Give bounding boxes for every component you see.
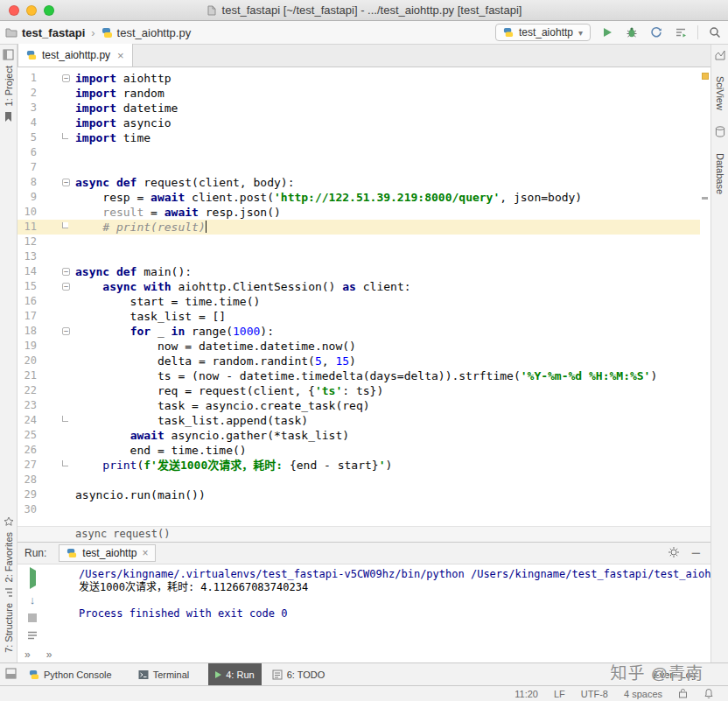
code-line[interactable]: 24 task_list.append(task) <box>18 413 700 428</box>
tab-test-aiohttp[interactable]: test_aiohttp.py × <box>18 44 133 67</box>
close-icon[interactable]: × <box>142 547 148 559</box>
code-line[interactable]: 14−async def main(): <box>18 264 700 279</box>
run-panel-title: Run: <box>24 547 46 559</box>
tool-window-icon <box>3 49 14 60</box>
run-button[interactable] <box>599 25 615 40</box>
fold-collapse-icon[interactable]: − <box>62 179 70 186</box>
run-tab-test-aiohttp[interactable]: test_aiohttp × <box>59 544 156 562</box>
breadcrumb-file[interactable]: test_aiohttp.py <box>117 26 192 39</box>
code-line[interactable]: 13 <box>18 249 700 264</box>
code-line[interactable]: 16 start = time.time() <box>18 294 700 309</box>
code-line[interactable]: 3import datetime <box>18 101 700 116</box>
run-tab-label: test_aiohttp <box>82 547 136 559</box>
run-tool-window: Run: test_aiohttp × ─ ↓ /Users/kingname/… <box>18 542 710 662</box>
run-anything-button[interactable] <box>673 25 689 40</box>
code-line[interactable]: 18− for _ in range(1000): <box>18 324 700 339</box>
fold-collapse-icon[interactable]: − <box>62 327 70 335</box>
run-config-select[interactable]: test_aiohttp ▾ <box>495 24 591 41</box>
zoom-window-button[interactable] <box>44 5 54 16</box>
toolwindow-todo[interactable]: 6: TODO <box>265 663 332 685</box>
stop-button[interactable] <box>28 613 37 622</box>
code-editor[interactable]: 1−import aiohttp2import random3import da… <box>18 67 710 526</box>
code-line[interactable]: 22 req = request(client, {'ts': ts}) <box>18 383 700 398</box>
code-line[interactable]: 29asyncio.run(main()) <box>18 487 700 502</box>
code-line[interactable]: 27 print(f'发送1000次请求，耗时: {end - start}') <box>18 458 700 473</box>
code-line[interactable]: 1−import aiohttp <box>18 71 700 86</box>
toolwindow-python-console[interactable]: Python Console <box>22 663 119 685</box>
watermark: 知乎 @青南 <box>610 660 704 683</box>
toolwindow-run[interactable]: 4: Run <box>208 663 261 685</box>
search-everywhere-button[interactable] <box>707 25 723 40</box>
toolbar-divider <box>697 25 698 39</box>
fold-end-icon[interactable] <box>62 416 68 422</box>
code-line[interactable]: 9 resp = await client.post('http://122.5… <box>18 190 700 205</box>
code-line[interactable]: 28 <box>18 473 700 487</box>
sidebar-item-structure[interactable]: 7: Structure <box>4 603 14 653</box>
code-line[interactable]: 26 end = time.time() <box>18 443 700 458</box>
hide-panel-button[interactable]: ─ <box>692 549 700 557</box>
code-line[interactable]: 25 await asyncio.gather(*task_list) <box>18 428 700 443</box>
code-line[interactable]: 7 <box>18 160 700 175</box>
sciview-icon <box>715 50 725 60</box>
search-icon <box>709 26 721 39</box>
ide-window: test_fastapi [~/test_fastapi] - .../test… <box>0 0 728 701</box>
text-caret <box>206 221 207 233</box>
editor-rows: 1−import aiohttp2import random3import da… <box>18 71 710 517</box>
debug-button[interactable] <box>624 25 640 40</box>
console-options-icon[interactable] <box>27 631 38 640</box>
code-line[interactable]: 21 ts = (now - datetime.timedelta(days=d… <box>18 368 700 383</box>
fold-collapse-icon[interactable]: − <box>62 74 70 82</box>
code-line[interactable]: 4import asyncio <box>18 116 700 130</box>
sidebar-item-database[interactable]: Database <box>715 153 725 194</box>
sidebar-item-project[interactable]: 1: Project <box>4 66 14 106</box>
minimize-window-button[interactable] <box>26 5 37 16</box>
sidebar-item-favorites[interactable]: 2: Favorites <box>4 532 14 582</box>
python-console-icon <box>29 669 39 680</box>
console-line <box>79 594 710 607</box>
line-separator-selector[interactable]: LF <box>554 689 565 699</box>
code-line[interactable]: 8−async def request(client, body): <box>18 175 700 190</box>
python-file-icon <box>26 50 37 60</box>
coverage-button[interactable] <box>648 25 664 40</box>
settings-button[interactable] <box>668 546 680 561</box>
indent-selector[interactable]: 4 spaces <box>624 689 662 699</box>
code-line[interactable]: 15− async with aiohttp.ClientSession() a… <box>18 279 700 294</box>
sidebar-item-sciview[interactable]: SciView <box>715 76 725 110</box>
fold-end-icon[interactable] <box>62 133 68 139</box>
window-title-wrap: test_fastapi [~/test_fastapi] - .../test… <box>206 4 522 17</box>
scroll-down-icon[interactable]: ↓ <box>30 595 36 605</box>
close-icon[interactable]: × <box>117 49 124 62</box>
code-line[interactable]: 20 delta = random.randint(5, 15) <box>18 354 700 368</box>
code-line[interactable]: 12 <box>18 235 700 249</box>
code-line[interactable]: 11 # print(result) <box>18 220 700 235</box>
fold-collapse-icon[interactable]: − <box>62 268 70 276</box>
rerun-button[interactable] <box>30 571 36 586</box>
code-line[interactable]: 10 result = await resp.json() <box>18 205 700 220</box>
fold-end-icon[interactable] <box>62 222 68 228</box>
code-line[interactable]: 19 now = datetime.datetime.now() <box>18 339 700 354</box>
tool-window-switcher-icon[interactable] <box>0 668 22 681</box>
notifications-bell-icon[interactable] <box>704 688 714 700</box>
bookmark-icon[interactable] <box>4 111 13 123</box>
toolwindow-terminal[interactable]: Terminal <box>131 663 197 685</box>
code-line[interactable]: 23 task = asyncio.create_task(req) <box>18 398 700 413</box>
encoding-selector[interactable]: UTF-8 <box>581 689 608 699</box>
gear-icon <box>668 546 680 558</box>
readonly-lock-icon[interactable] <box>678 688 688 700</box>
close-window-button[interactable] <box>9 5 19 16</box>
chevron-down-icon: ▾ <box>578 28 583 38</box>
breadcrumb-project[interactable]: test_fastapi <box>22 26 85 39</box>
code-line[interactable]: 2import random <box>18 86 700 101</box>
code-line[interactable]: 30 <box>18 502 700 517</box>
star-icon <box>4 516 14 527</box>
code-line[interactable]: 6 <box>18 145 700 160</box>
more-tool-buttons-icon[interactable]: »» <box>24 648 67 661</box>
editor-tab-bar: test_aiohttp.py × <box>18 45 710 67</box>
code-line[interactable]: 5import time <box>18 130 700 145</box>
code-line[interactable]: 17 task_list = [] <box>18 309 700 324</box>
fold-end-icon[interactable] <box>62 460 68 466</box>
error-stripe[interactable] <box>700 67 710 526</box>
caret-position[interactable]: 11:20 <box>514 689 538 699</box>
console-output[interactable]: /Users/kingname/.virtualenvs/test_fastap… <box>47 564 710 662</box>
fold-collapse-icon[interactable]: − <box>62 283 70 291</box>
